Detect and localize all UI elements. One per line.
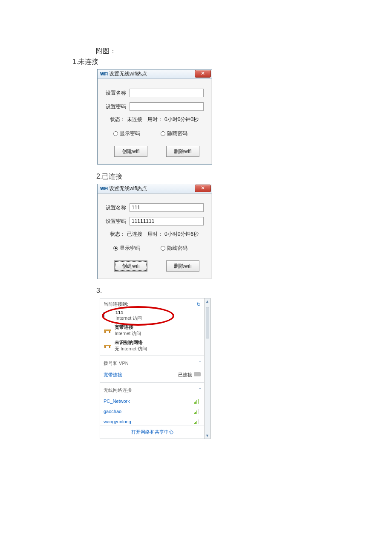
wifi-dialog-connected: WIFI 设置无线wifi热点 ✕ 设置名称 设置密码 状态： 已连接 用时： … [97,184,212,279]
svg-rect-4 [104,346,106,348]
connection-name: 宽带连接 [115,324,141,330]
name-input[interactable] [130,89,204,97]
pwd-label: 设置密码 [106,103,130,110]
connection-name: 未识别的网络 [115,339,147,346]
delete-wifi-button[interactable]: 删除wifi [166,146,199,157]
connection-sub: Internet 访问 [115,330,141,337]
bench-icon [104,327,111,333]
time-value: 0小时0分钟6秒 [164,231,199,238]
category-label: 无线网络连接 [104,387,132,393]
vpn-item-name: 宽带连接 [104,372,122,378]
attachment-label: 附图： [96,47,375,56]
hide-password-label: 隐藏密码 [167,245,187,252]
connection-name: 111 [115,310,142,315]
time-label: 用时： [147,231,163,238]
chevron-up-icon: ˆ [199,388,201,393]
chevron-up-icon: ˆ [199,361,201,366]
radio-icon [113,246,118,251]
network-flyout: ▲ ▼ 当前连接到: ↻ 111 Internet 访问 [100,298,210,439]
name-input[interactable] [130,203,204,212]
hide-password-radio[interactable]: 隐藏密码 [161,130,187,137]
password-input[interactable] [130,102,204,111]
connection-item-unknown[interactable]: 未识别的网络 无 Internet 访问 [100,338,204,354]
close-button[interactable]: ✕ [195,70,211,78]
status-value: 已连接 [127,231,142,238]
connection-item-111[interactable]: 111 Internet 访问 [100,309,204,323]
connection-item-broadband[interactable]: 宽带连接 Internet 访问 [100,323,204,338]
titlebar[interactable]: WIFI 设置无线wifi热点 ✕ [98,69,212,79]
svg-rect-0 [104,330,111,331]
wifi-app-icon: WIFI [100,72,107,76]
signal-medium-icon [194,419,201,424]
hide-password-radio[interactable]: 隐藏密码 [161,245,187,252]
show-password-label: 显示密码 [120,130,140,137]
time-value: 0小时0分钟0秒 [164,116,199,123]
section2-label: 2.已连接 [96,172,375,181]
bench-icon [104,343,111,349]
svg-rect-2 [109,331,110,333]
status-label: 状态： [110,116,125,123]
current-connection-label: 当前连接到: [104,301,128,307]
close-button[interactable]: ✕ [195,185,211,192]
hide-password-label: 隐藏密码 [167,130,187,137]
svg-rect-1 [104,331,106,333]
status-value: 未连接 [127,116,142,123]
vpn-item-broadband[interactable]: 宽带连接 已连接 [100,369,204,381]
window-title: 设置无线wifi热点 [109,185,147,192]
radio-icon [113,131,118,136]
section3-label: 3. [96,287,375,295]
show-password-radio[interactable]: 显示密码 [113,130,140,137]
modem-icon [194,372,201,376]
wifi-item-gaochao[interactable]: gaochao [100,406,204,416]
show-password-label: 显示密码 [120,245,140,252]
wifi-name: wangyunlong [104,419,131,424]
show-password-radio[interactable]: 显示密码 [113,245,140,252]
connection-sub: Internet 访问 [115,315,142,321]
delete-wifi-button[interactable]: 删除wifi [166,260,199,272]
scrollbar[interactable]: ▲ ▼ [204,298,210,439]
svg-rect-3 [104,345,111,346]
wifi-name: PC_Network [104,399,130,404]
radio-icon [161,246,165,251]
refresh-icon[interactable]: ↻ [196,301,201,307]
signal-strong-icon [194,399,201,404]
name-label: 设置名称 [106,90,130,97]
vpn-item-state: 已连接 [178,372,192,377]
status-label: 状态： [110,231,125,238]
radio-icon [161,131,165,136]
window-title: 设置无线wifi热点 [109,70,147,78]
name-label: 设置名称 [106,204,130,211]
monitor-icon [104,312,112,319]
wifi-item-wangyunlong[interactable]: wangyunlong [100,416,204,425]
scroll-down-icon[interactable]: ▼ [205,433,209,439]
category-dial-vpn[interactable]: 拨号和 VPN ˆ [100,358,204,369]
create-wifi-button[interactable]: 创建wifi [114,260,147,272]
pwd-label: 设置密码 [106,218,130,225]
time-label: 用时： [147,116,163,123]
wifi-name: gaochao [104,409,121,414]
open-network-center-link[interactable]: 打开网络和共享中心 [100,425,204,439]
wifi-item-pcnetwork[interactable]: PC_Network [100,396,204,406]
wifi-app-icon: WIFI [100,186,107,191]
category-wireless[interactable]: 无线网络连接 ˆ [100,384,204,396]
password-input[interactable] [130,217,204,225]
svg-rect-5 [109,346,110,348]
wifi-dialog-disconnected: WIFI 设置无线wifi热点 ✕ 设置名称 设置密码 状态： 未连接 用时： … [97,69,212,165]
category-label: 拨号和 VPN [104,360,129,367]
signal-medium-icon [194,409,201,414]
titlebar[interactable]: WIFI 设置无线wifi热点 ✕ [98,184,212,194]
section1-label: 1.未连接 [72,58,375,66]
connection-sub: 无 Internet 访问 [115,346,147,352]
scroll-up-icon[interactable]: ▲ [205,298,209,304]
create-wifi-button[interactable]: 创建wifi [114,146,147,157]
scroll-thumb[interactable] [206,307,209,338]
